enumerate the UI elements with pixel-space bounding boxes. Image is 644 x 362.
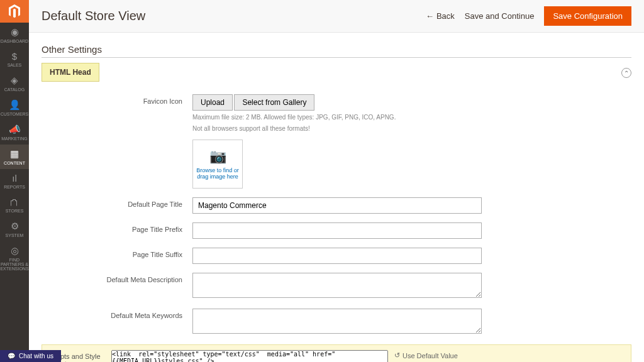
dropzone-text: Browse to find or drag image here [193,167,242,180]
favicon-hint-2: Not all browsers support all these forma… [192,124,482,133]
nav-marketing[interactable]: 📣MARKETING [0,120,29,145]
nav-customers[interactable]: 👤CUSTOMERS [0,96,29,120]
nav-dashboard[interactable]: ◉DASHBOARD [0,23,29,47]
label-page-title-prefix: Page Title Prefix [42,222,192,239]
chart-icon: ıl [12,173,17,184]
input-page-title-prefix[interactable] [192,222,482,239]
back-button[interactable]: ←Back [426,11,455,21]
collapse-icon[interactable]: ⌃ [621,68,631,78]
cube-icon: ◈ [11,75,18,86]
nav-reports[interactable]: ılREPORTS [0,169,29,193]
store-icon: ⛫ [10,197,19,207]
save-continue-button[interactable]: Save and Continue [465,11,535,21]
use-default-scripts[interactable]: Use Default Value [402,352,458,359]
label-default-page-title: Default Page Title [42,197,192,214]
image-dropzone[interactable]: 📷 Browse to find or drag image here [192,140,243,189]
nav-stores[interactable]: ⛫STORES [0,193,29,217]
arrow-left-icon: ← [426,11,434,21]
select-gallery-button[interactable]: Select from Gallery [234,94,314,111]
favicon-hint-1: Maximum file size: 2 MB. Allowed file ty… [192,113,482,122]
reset-icon[interactable]: ↺ [394,351,400,359]
gauge-icon: ◉ [11,26,19,38]
textarea-scripts[interactable]: <link rel="stylesheet" type="text/css" m… [111,350,388,362]
page-header: Default Store View ←Back Save and Contin… [29,0,644,33]
link-icon: ◎ [11,245,19,256]
camera-icon: 📷 [209,148,226,165]
magento-logo [0,0,29,23]
nav-catalog[interactable]: ◈CATALOG [0,71,29,96]
nav-partners[interactable]: ◎FIND PARTNERS & EXTENSIONS [0,241,29,275]
chat-icon: 💬 [8,353,15,359]
person-icon: 👤 [9,99,21,111]
textarea-meta-keywords[interactable] [192,309,482,334]
input-default-page-title[interactable] [192,197,482,214]
save-configuration-button[interactable]: Save Configuration [544,6,631,26]
label-favicon: Favicon Icon [42,94,192,189]
nav-sales[interactable]: $SALES [0,47,29,71]
chat-widget[interactable]: 💬 Chat with us [0,350,61,362]
section-other-settings: Other Settings [42,41,631,58]
label-page-title-suffix: Page Title Suffix [42,248,192,264]
megaphone-icon: 📣 [9,124,21,135]
gear-icon: ⚙ [11,221,19,232]
sidebar: ◉DASHBOARD $SALES ◈CATALOG 👤CUSTOMERS 📣M… [0,0,29,362]
row-scripts: Scripts and Style Sheets <link rel="styl… [42,344,631,362]
accordion-html-head[interactable]: HTML Head [42,63,99,82]
label-meta-description: Default Meta Description [42,273,192,300]
upload-button[interactable]: Upload [192,94,233,111]
nav-content[interactable]: ▦CONTENT [0,145,29,169]
label-meta-keywords: Default Meta Keywords [42,309,192,336]
textarea-meta-description[interactable] [192,273,482,298]
page-title: Default Store View [42,9,145,23]
layout-icon: ▦ [10,148,19,160]
input-page-title-suffix[interactable] [192,248,482,264]
dollar-icon: $ [12,51,17,62]
nav-system[interactable]: ⚙SYSTEM [0,217,29,241]
